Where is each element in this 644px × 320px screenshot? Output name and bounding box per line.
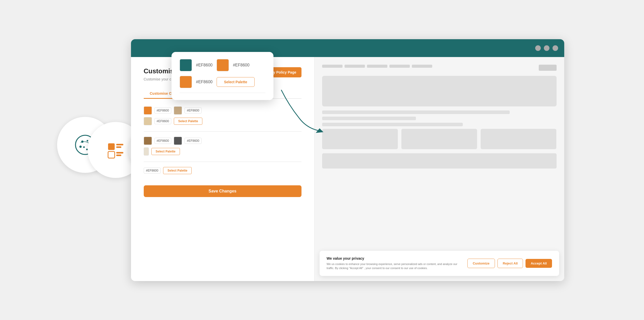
- divider-2: [144, 162, 301, 162]
- reject-all-button[interactable]: Reject All: [497, 259, 523, 268]
- preview-nav: [322, 65, 557, 71]
- popup-swatch-orange[interactable]: [217, 59, 229, 71]
- preview-content-area: [322, 129, 557, 149]
- svg-point-6: [86, 148, 88, 150]
- svg-rect-8: [116, 144, 123, 145]
- browser-dots: [535, 45, 558, 51]
- palette-row-1: #EF8600 #EF8600: [144, 106, 301, 115]
- accept-all-button[interactable]: Accept All: [525, 259, 552, 268]
- palette-row-4: Select Palette: [144, 147, 301, 156]
- browser-dot-2: [544, 45, 549, 51]
- svg-rect-12: [116, 155, 121, 156]
- select-palette-button-2[interactable]: Select Palette: [151, 148, 180, 155]
- list-icon: [106, 140, 126, 160]
- color-hex-2: #EF8600: [185, 107, 202, 114]
- svg-rect-9: [116, 146, 121, 148]
- color-hex-5: #EF8600: [185, 138, 202, 144]
- popup-row-1: #EF8600 #EF8600: [180, 59, 265, 71]
- preview-text-3: [322, 123, 463, 126]
- popup-select-palette-button[interactable]: Select Palette: [217, 77, 255, 87]
- palette-row-2: #EF8600 Select Palette: [144, 117, 301, 125]
- browser-dot-3: [553, 45, 558, 51]
- divider-1: [144, 131, 301, 132]
- preview-hero: [322, 76, 557, 106]
- popup-hex-1: #EF8600: [196, 63, 213, 67]
- palette-section-1: #EF8600 #EF8600 #EF8600 Select Palette: [144, 106, 301, 125]
- svg-point-2: [86, 140, 88, 141]
- preview-card-3: [481, 129, 556, 149]
- preview-nav-item-4: [389, 65, 410, 68]
- left-panel: Customise Ba Customise your c ⟳ Refresh …: [131, 57, 314, 281]
- color-hex-3: #EF8600: [154, 118, 172, 124]
- preview-nav-item-5: [412, 65, 432, 68]
- preview-text-2: [322, 117, 416, 120]
- save-changes-button[interactable]: Save Changes: [144, 185, 301, 197]
- popup-swatch-orange2[interactable]: [180, 76, 192, 88]
- right-panel: We value your privacy We us cookies to e…: [314, 57, 564, 281]
- color-hex-6: #EF8600: [144, 168, 161, 174]
- popup-swatch-teal[interactable]: [180, 59, 192, 71]
- browser-dot-1: [535, 45, 541, 51]
- color-swatch-1[interactable]: [144, 106, 152, 115]
- preview-nav-item-1: [322, 65, 343, 68]
- color-swatch-2[interactable]: [174, 106, 182, 115]
- preview-card-1: [322, 129, 398, 149]
- preview-nav-item-2: [345, 65, 365, 68]
- popup-divider: [180, 93, 265, 93]
- color-swatch-5[interactable]: [174, 137, 182, 145]
- cookie-banner-title: We value your privacy: [327, 256, 462, 260]
- svg-point-4: [83, 146, 85, 148]
- popup-hex-2: #EF8600: [233, 63, 249, 67]
- color-swatch-4[interactable]: [144, 137, 152, 145]
- select-palette-button-1[interactable]: Select Palette: [174, 118, 202, 125]
- customize-button[interactable]: Customize: [467, 259, 495, 268]
- svg-rect-11: [116, 152, 123, 154]
- color-picker-popup: #EF8600 #EF8600 #EF8600 Select Palette: [172, 52, 273, 100]
- select-palette-button-3[interactable]: Select Palette: [163, 167, 192, 174]
- cookie-text-area: We value your privacy We us cookies to e…: [327, 256, 462, 270]
- palette-row-5: #EF8600 Select Palette: [144, 167, 301, 174]
- preview-card-2: [401, 129, 477, 149]
- color-swatch-3[interactable]: [144, 117, 152, 125]
- preview-nav-btn: [539, 65, 557, 71]
- browser-content: Customise Ba Customise your c ⟳ Refresh …: [131, 57, 564, 281]
- preview-text-block: [322, 153, 557, 169]
- color-swatch-small[interactable]: [144, 147, 149, 156]
- svg-rect-7: [108, 143, 115, 150]
- cookie-buttons: Customize Reject All Accept All: [467, 259, 552, 268]
- cookie-banner: We value your privacy We us cookies to e…: [320, 251, 559, 276]
- palette-section-2: #EF8600 #EF8600 Select Palette: [144, 137, 301, 156]
- cookie-banner-description: We us cookies to enhance your browsing e…: [327, 262, 462, 270]
- color-hex-4: #EF8600: [154, 138, 172, 144]
- palette-section-3: #EF8600 Select Palette: [144, 167, 301, 174]
- popup-row-2: #EF8600 Select Palette: [180, 76, 265, 88]
- palette-row-3: #EF8600 #EF8600: [144, 137, 301, 145]
- preview-text-1: [322, 110, 510, 114]
- svg-rect-10: [108, 151, 115, 158]
- popup-hex-3: #EF8600: [196, 80, 213, 84]
- color-hex-1: #EF8600: [154, 107, 172, 114]
- preview-nav-item-3: [367, 65, 387, 68]
- browser-window: Customise Ba Customise your c ⟳ Refresh …: [131, 39, 564, 281]
- scene: Customise Ba Customise your c ⟳ Refresh …: [42, 20, 602, 300]
- svg-point-5: [79, 145, 82, 148]
